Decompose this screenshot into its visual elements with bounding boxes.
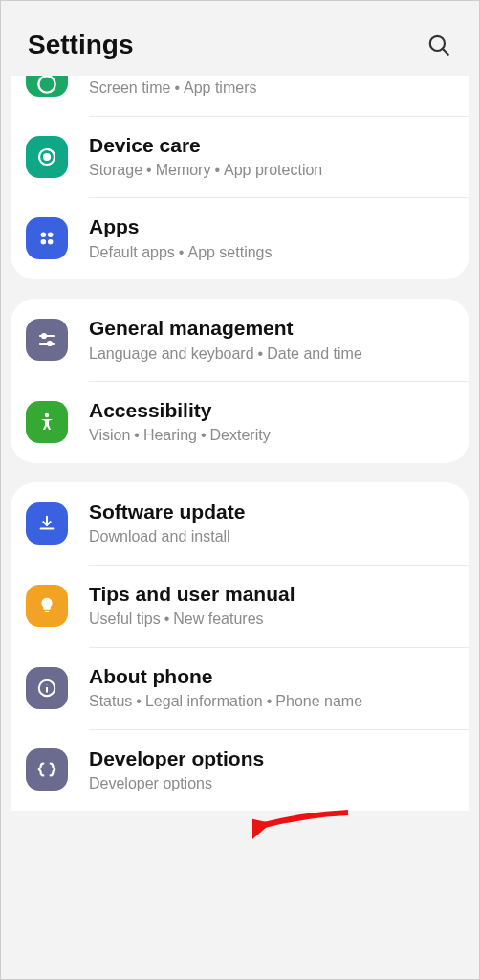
item-text: Screen time•App timers (89, 76, 452, 99)
settings-item-accessibility[interactable]: Accessibility Vision•Hearing•Dexterity (11, 381, 469, 463)
developer-options-icon (26, 748, 68, 791)
item-title: Software update (89, 500, 452, 524)
svg-point-4 (44, 154, 50, 160)
settings-group: General management Language and keyboard… (11, 299, 469, 463)
svg-point-7 (41, 239, 47, 245)
svg-point-2 (38, 76, 55, 92)
item-title: Accessibility (89, 398, 452, 423)
item-subtitle: Download and install (89, 526, 452, 547)
item-title: Device care (89, 133, 452, 158)
settings-item-developer-options[interactable]: Developer options Developer options (11, 729, 469, 812)
search-icon (426, 33, 451, 57)
svg-point-8 (48, 239, 53, 245)
settings-item-tips[interactable]: Tips and user manual Useful tips•New fea… (11, 565, 469, 647)
software-update-icon (26, 502, 68, 545)
svg-point-13 (45, 413, 49, 417)
digital-wellbeing-icon (26, 76, 68, 97)
settings-item-digital-wellbeing[interactable]: Screen time•App timers (11, 76, 469, 116)
item-title: Developer options (89, 746, 452, 771)
item-text: Accessibility Vision•Hearing•Dexterity (89, 398, 452, 446)
item-subtitle: Developer options (89, 773, 452, 794)
item-text: Developer options Developer options (89, 746, 452, 794)
item-subtitle: Useful tips•New features (89, 609, 452, 630)
svg-point-10 (42, 334, 46, 338)
item-title: About phone (89, 664, 452, 689)
settings-item-general-management[interactable]: General management Language and keyboard… (11, 299, 469, 381)
apps-icon (26, 217, 68, 259)
item-subtitle: Screen time•App timers (89, 78, 452, 99)
item-text: Software update Download and install (89, 500, 452, 547)
svg-line-1 (443, 49, 448, 55)
settings-item-about-phone[interactable]: About phone Status•Legal information•Pho… (11, 647, 469, 729)
settings-group: Screen time•App timers Device care Stora… (11, 76, 469, 279)
accessibility-icon (26, 401, 68, 443)
settings-group: Software update Download and install Tip… (11, 482, 469, 811)
device-care-icon (26, 136, 68, 178)
item-text: General management Language and keyboard… (89, 316, 452, 364)
about-phone-icon (26, 667, 68, 709)
item-text: Apps Default apps•App settings (89, 214, 452, 262)
page-title: Settings (28, 30, 133, 60)
header: Settings (1, 1, 479, 76)
item-title: Tips and user manual (89, 582, 452, 607)
item-text: About phone Status•Legal information•Pho… (89, 664, 452, 712)
item-subtitle: Status•Legal information•Phone name (89, 691, 452, 712)
item-subtitle: Default apps•App settings (89, 242, 452, 263)
item-subtitle: Storage•Memory•App protection (89, 160, 452, 181)
item-text: Tips and user manual Useful tips•New fea… (89, 582, 452, 630)
tips-icon (26, 585, 68, 627)
settings-list[interactable]: Screen time•App timers Device care Stora… (1, 76, 479, 969)
settings-item-device-care[interactable]: Device care Storage•Memory•App protectio… (11, 116, 469, 198)
svg-point-5 (41, 233, 47, 238)
item-title: Apps (89, 214, 452, 239)
item-subtitle: Vision•Hearing•Dexterity (89, 425, 452, 446)
svg-point-6 (48, 233, 53, 238)
settings-item-apps[interactable]: Apps Default apps•App settings (11, 197, 469, 279)
item-text: Device care Storage•Memory•App protectio… (89, 133, 452, 181)
svg-point-12 (48, 342, 52, 345)
item-subtitle: Language and keyboard•Date and time (89, 344, 452, 365)
search-button[interactable] (425, 32, 452, 58)
svg-rect-14 (45, 611, 50, 612)
general-management-icon (26, 319, 68, 361)
item-title: General management (89, 316, 452, 341)
settings-item-software-update[interactable]: Software update Download and install (11, 482, 469, 565)
